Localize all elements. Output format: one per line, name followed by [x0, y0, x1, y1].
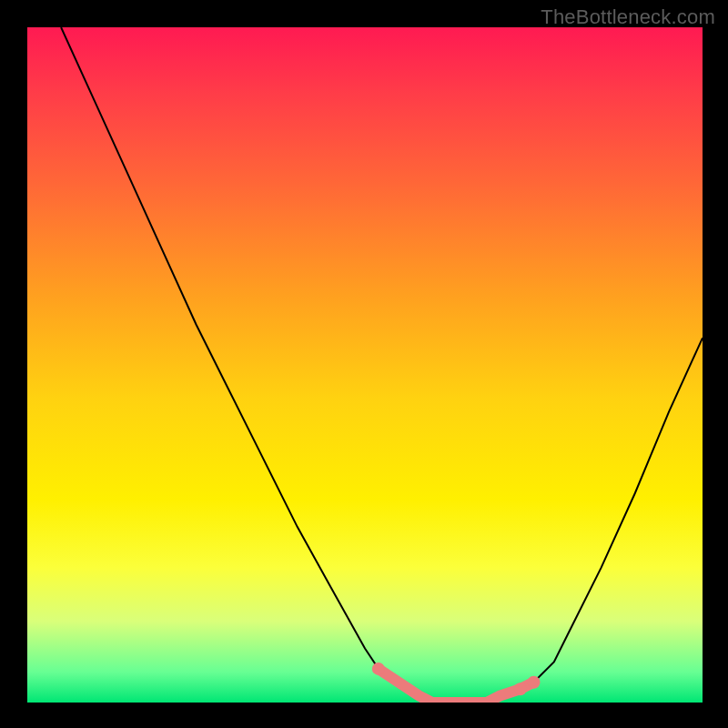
valley-marker-dot: [372, 662, 385, 675]
valley-marker-line: [379, 669, 534, 703]
chart-svg: [27, 27, 703, 703]
valley-marker-dot: [514, 682, 527, 695]
bottleneck-curve: [61, 27, 703, 703]
watermark-text: TheBottleneck.com: [541, 5, 715, 29]
valley-marker-dot: [528, 676, 541, 689]
chart-area: [27, 27, 703, 703]
valley-highlight: [372, 662, 541, 703]
